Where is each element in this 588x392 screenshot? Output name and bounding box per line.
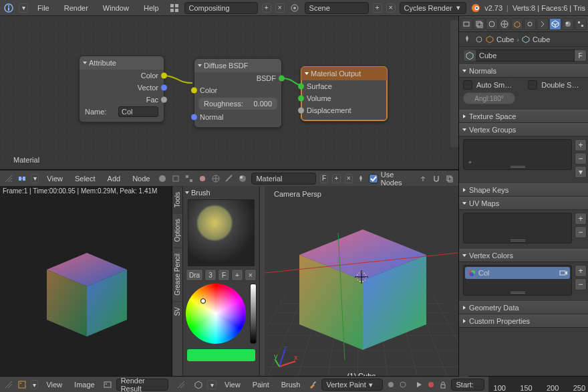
socket-bsdf-out[interactable]: [279, 76, 285, 82]
socket-color-in[interactable]: [191, 88, 197, 94]
lock-icon[interactable]: [439, 381, 447, 389]
layout-browse-icon[interactable]: [168, 2, 180, 14]
menu-node[interactable]: Node: [128, 173, 154, 184]
roughness-field[interactable]: Roughness: 0.000: [198, 98, 277, 110]
tab-world-icon[interactable]: [498, 18, 510, 30]
image-datablock-dropdown[interactable]: Render Result: [116, 379, 168, 391]
section-custom-props[interactable]: Custom Properties: [459, 314, 588, 328]
uv-editor-type-icon[interactable]: [17, 380, 27, 389]
vcolor-add[interactable]: +: [575, 265, 587, 277]
section-texture-space[interactable]: Texture Space: [459, 110, 588, 123]
tab-objectdata-icon[interactable]: [549, 18, 561, 30]
menu-add[interactable]: Add: [104, 173, 125, 184]
color-wheel[interactable]: [186, 284, 246, 344]
camera-icon[interactable]: [559, 270, 567, 276]
scene-add[interactable]: +: [373, 3, 382, 13]
section-shape-keys[interactable]: Shape Keys: [459, 183, 588, 197]
tooltab-tools[interactable]: Tools: [172, 186, 182, 213]
tooltab-grease-pencil[interactable]: Grease Pencil: [172, 248, 182, 301]
vgroup-remove[interactable]: −: [575, 153, 587, 165]
list-resize-grip[interactable]: [510, 239, 525, 241]
scene-remove[interactable]: ×: [386, 3, 396, 13]
list-resize-grip[interactable]: [510, 166, 525, 168]
go-parent-icon[interactable]: [418, 174, 428, 183]
uvmap-add[interactable]: +: [575, 213, 587, 225]
menu-view[interactable]: View: [43, 173, 67, 184]
tab-modifiers-icon[interactable]: [537, 18, 549, 30]
layout-add[interactable]: +: [262, 3, 271, 13]
tooltab-options[interactable]: Options: [172, 213, 182, 247]
socket-fac-out[interactable]: [161, 97, 167, 103]
menu-select[interactable]: Select: [71, 173, 100, 184]
brush-remove[interactable]: ×: [245, 269, 257, 281]
section-geometry-data[interactable]: Geometry Data: [459, 301, 588, 314]
tree-type-shader-icon[interactable]: [158, 174, 167, 183]
material-datablock-field[interactable]: Material: [251, 173, 315, 185]
shader-type-line-icon[interactable]: [225, 174, 234, 183]
brush-slot-dra[interactable]: Dra: [186, 269, 203, 281]
menu-help[interactable]: Help: [138, 3, 164, 13]
value-slider[interactable]: [250, 284, 257, 344]
view3d-type-icon[interactable]: [194, 380, 203, 389]
crumb-scene-icon[interactable]: [475, 35, 483, 43]
socket-disp-in[interactable]: [298, 108, 304, 114]
scene-browse-icon[interactable]: [289, 2, 301, 14]
crumb-mesh-icon[interactable]: [522, 35, 530, 43]
render-engine-dropdown[interactable]: Cycles Render ▾: [400, 2, 466, 14]
material-fake-user[interactable]: F: [320, 174, 328, 183]
area-corner-icon[interactable]: [176, 380, 186, 389]
shader-type-world-icon[interactable]: [211, 174, 220, 183]
tab-renderlayers-icon[interactable]: [473, 18, 485, 30]
img-menu-view[interactable]: View: [42, 379, 66, 390]
material-remove[interactable]: ×: [345, 174, 353, 183]
material-add[interactable]: +: [332, 174, 340, 183]
vcolor-remove[interactable]: −: [575, 278, 587, 290]
socket-surface-in[interactable]: [298, 84, 304, 90]
double-sided-checkbox[interactable]: [528, 80, 537, 90]
area-corner-icon[interactable]: [4, 174, 13, 183]
view3d-menu-paint[interactable]: Paint: [249, 379, 273, 390]
node-editor-type-expand[interactable]: ▾: [31, 174, 39, 183]
section-uv-maps[interactable]: UV Maps: [459, 197, 588, 210]
pin-icon[interactable]: [463, 35, 472, 44]
vcolor-item-col[interactable]: Col: [465, 267, 570, 279]
tab-render-icon[interactable]: [460, 18, 472, 30]
node-diffuse-bsdf[interactable]: Diffuse BSDF BSDF Color Roughness: 0.000…: [194, 58, 282, 128]
screen-layout-dropdown[interactable]: Compositing: [184, 2, 258, 14]
datablock-fake-user[interactable]: F: [575, 50, 587, 62]
uv-editor-type-expand[interactable]: ▾: [31, 380, 38, 389]
brush-fake-user[interactable]: F: [218, 269, 230, 281]
section-vertex-colors[interactable]: Vertex Colors: [459, 249, 588, 262]
node-editor-area[interactable]: Attribute Color Vector Fac Name: Diffuse…: [0, 16, 458, 170]
tree-type-tex-icon[interactable]: [184, 174, 194, 183]
section-vertex-groups[interactable]: Vertex Groups: [459, 123, 588, 136]
socket-volume-in[interactable]: [298, 96, 304, 102]
attr-name-input[interactable]: [118, 106, 158, 117]
uvmaps-list[interactable]: [463, 213, 572, 243]
start-field[interactable]: Start:: [451, 379, 484, 391]
vgroups-list[interactable]: ∘: [463, 139, 572, 170]
brush-preview[interactable]: [188, 199, 255, 266]
vgroup-add[interactable]: +: [575, 139, 587, 151]
menu-render[interactable]: Render: [59, 3, 94, 13]
mode-brush-icon[interactable]: [308, 380, 317, 389]
tree-type-comp-icon[interactable]: [171, 174, 180, 183]
copy-icon[interactable]: [445, 174, 454, 183]
current-color-swatch[interactable]: [187, 349, 255, 361]
image-browse-icon[interactable]: [103, 380, 112, 389]
crumb-cube-icon[interactable]: [486, 35, 494, 43]
shader-type-obj-icon[interactable]: [198, 174, 207, 183]
info-editor-icon[interactable]: [3, 2, 15, 14]
socket-color-out[interactable]: [161, 73, 167, 79]
auto-smooth-checkbox[interactable]: [463, 80, 472, 90]
menu-window[interactable]: Window: [98, 3, 134, 13]
view3d-menu-view[interactable]: View: [220, 379, 245, 390]
img-menu-image[interactable]: Image: [70, 379, 99, 390]
area-corner-icon[interactable]: [4, 380, 13, 389]
tab-material-icon[interactable]: [562, 18, 574, 30]
brush-users[interactable]: 3: [204, 269, 216, 281]
material-link-icon[interactable]: [238, 174, 247, 183]
brush-add[interactable]: +: [231, 269, 243, 281]
shading-1-icon[interactable]: [387, 381, 395, 389]
uvmap-remove[interactable]: −: [575, 226, 587, 238]
